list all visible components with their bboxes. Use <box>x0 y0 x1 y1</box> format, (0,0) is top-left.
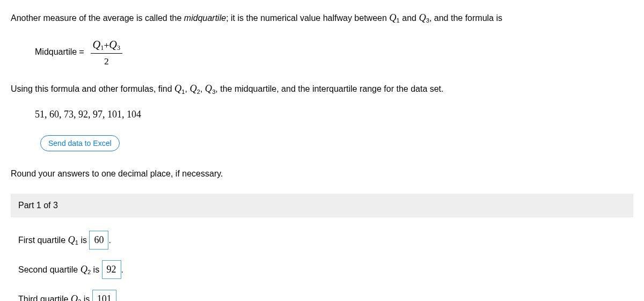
instr-q3: Q <box>205 83 212 94</box>
q2-label-prefix: Second quartile <box>18 265 80 274</box>
q3-sub: 3 <box>426 17 429 24</box>
frac-q3-sub: 3 <box>117 44 120 52</box>
fraction-numerator: Q1+Q3 <box>91 36 123 53</box>
instr-suffix: , the midquartile, and the interquartile… <box>215 84 443 93</box>
frac-q3: Q <box>109 39 117 50</box>
q1-var: Q <box>68 234 75 245</box>
instr-c2: , <box>200 84 205 93</box>
formula-fraction: Q1+Q3 2 <box>91 36 123 69</box>
q2-answer-line: Second quartile Q2 is 92. <box>18 260 633 279</box>
data-set: 51, 60, 73, 92, 97, 101, 104 <box>35 107 633 122</box>
fraction-denominator: 2 <box>102 54 111 68</box>
midquartile-formula: Midquartile = Q1+Q3 2 <box>35 36 633 69</box>
q3-label-suffix: is <box>81 295 92 301</box>
instr-q1-sub: 1 <box>181 89 185 95</box>
q1-sub: 1 <box>397 17 400 24</box>
q1-answer-input[interactable]: 60 <box>89 231 108 249</box>
question-body: Another measure of the average is called… <box>11 11 633 301</box>
q1-answer-line: First quartile Q1 is 60. <box>18 231 633 249</box>
formula-equals: = <box>79 46 84 58</box>
intro-and: and <box>400 13 419 23</box>
q1-var: Q <box>389 12 396 23</box>
q2-sub: 2 <box>87 269 91 275</box>
q2-var: Q <box>80 264 87 275</box>
rounding-note: Round your answers to one decimal place,… <box>11 167 633 180</box>
part-header: Part 1 of 3 <box>11 194 633 217</box>
q3-var: Q <box>419 12 426 23</box>
instruction-text: Using this formula and other formulas, f… <box>11 82 633 97</box>
q1-label-prefix: First quartile <box>18 236 68 245</box>
instr-q2-sub: 2 <box>197 89 200 95</box>
q3-tail: . <box>116 295 119 301</box>
q1-label-suffix: is <box>78 236 89 245</box>
midquartile-term: midquartile <box>184 13 226 23</box>
frac-q1: Q <box>93 39 101 50</box>
q3-answer-line: Third quartile Q3 is 101. <box>18 290 633 301</box>
q2-tail: . <box>121 265 123 274</box>
send-to-excel-button[interactable]: Send data to Excel <box>40 135 120 151</box>
intro-prefix: Another measure of the average is called… <box>11 13 184 23</box>
q3-var: Q <box>71 293 78 301</box>
q2-answer-input[interactable]: 92 <box>102 260 121 279</box>
intro-mid1: ; it is the numerical value halfway betw… <box>226 13 389 23</box>
intro-text: Another measure of the average is called… <box>11 11 633 26</box>
instr-q1: Q <box>174 83 181 94</box>
instr-q2: Q <box>189 83 196 94</box>
q2-label-suffix: is <box>91 265 101 274</box>
q3-answer-input[interactable]: 101 <box>92 290 116 301</box>
frac-q1-sub: 1 <box>100 44 104 52</box>
instr-q3-sub: 3 <box>212 89 215 95</box>
intro-suffix: , and the formula is <box>429 13 502 23</box>
frac-plus: + <box>104 40 109 50</box>
q1-tail: . <box>108 236 111 245</box>
q3-label-prefix: Third quartile <box>18 295 71 301</box>
instr-prefix: Using this formula and other formulas, f… <box>11 84 174 93</box>
q1-sub: 1 <box>75 239 78 246</box>
q3-sub: 3 <box>78 298 81 301</box>
formula-label: Midquartile <box>35 46 77 58</box>
